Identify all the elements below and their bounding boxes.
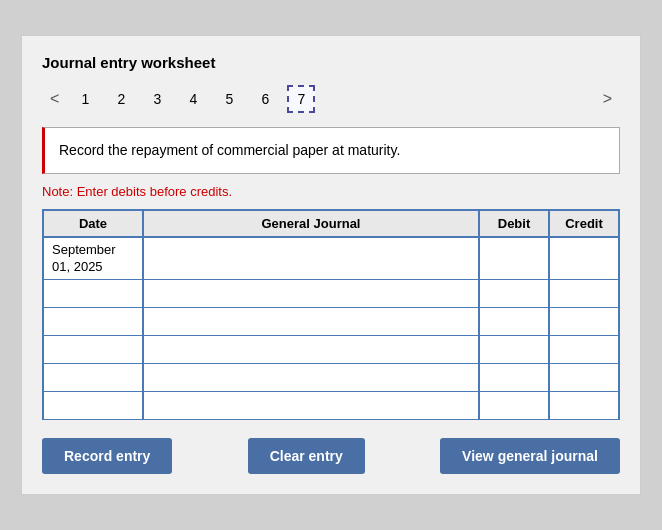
journal-input-0[interactable] <box>152 242 470 257</box>
date-cell-1 <box>43 280 143 308</box>
credit-input-5[interactable] <box>558 396 610 411</box>
credit-input-3[interactable] <box>558 340 610 355</box>
journal-input-3[interactable] <box>152 340 470 355</box>
credit-input-4[interactable] <box>558 368 610 383</box>
journal-cell-3[interactable] <box>143 336 479 364</box>
description-box: Record the repayment of commercial paper… <box>42 127 620 174</box>
table-row <box>43 308 619 336</box>
table-row <box>43 280 619 308</box>
journal-cell-5[interactable] <box>143 392 479 420</box>
credit-cell-2[interactable] <box>549 308 619 336</box>
date-cell-4 <box>43 364 143 392</box>
debit-cell-3[interactable] <box>479 336 549 364</box>
credit-cell-5[interactable] <box>549 392 619 420</box>
next-page-arrow[interactable]: > <box>595 88 620 110</box>
credit-input-1[interactable] <box>558 284 610 299</box>
debit-input-5[interactable] <box>488 396 540 411</box>
page-title: Journal entry worksheet <box>42 54 620 71</box>
journal-cell-0[interactable] <box>143 237 479 280</box>
credit-cell-0[interactable] <box>549 237 619 280</box>
credit-cell-1[interactable] <box>549 280 619 308</box>
table-row <box>43 364 619 392</box>
view-journal-button[interactable]: View general journal <box>440 438 620 474</box>
journal-input-2[interactable] <box>152 312 470 327</box>
debit-cell-4[interactable] <box>479 364 549 392</box>
date-cell-0: September01, 2025 <box>43 237 143 280</box>
debit-input-3[interactable] <box>488 340 540 355</box>
record-entry-button[interactable]: Record entry <box>42 438 172 474</box>
table-row <box>43 336 619 364</box>
credit-cell-3[interactable] <box>549 336 619 364</box>
table-row: September01, 2025 <box>43 237 619 280</box>
journal-cell-4[interactable] <box>143 364 479 392</box>
prev-page-arrow[interactable]: < <box>42 88 67 110</box>
journal-table: Date General Journal Debit Credit Septem… <box>42 209 620 421</box>
header-journal: General Journal <box>143 210 479 237</box>
debit-cell-1[interactable] <box>479 280 549 308</box>
worksheet-container: Journal entry worksheet < 1 2 3 4 5 6 7 … <box>21 35 641 496</box>
credit-cell-4[interactable] <box>549 364 619 392</box>
pagination-nums: 1 2 3 4 5 6 7 <box>67 85 594 113</box>
journal-cell-1[interactable] <box>143 280 479 308</box>
journal-cell-2[interactable] <box>143 308 479 336</box>
page-3[interactable]: 3 <box>143 85 171 113</box>
debit-cell-5[interactable] <box>479 392 549 420</box>
page-7[interactable]: 7 <box>287 85 315 113</box>
page-5[interactable]: 5 <box>215 85 243 113</box>
debit-input-2[interactable] <box>488 312 540 327</box>
debit-input-1[interactable] <box>488 284 540 299</box>
page-1[interactable]: 1 <box>71 85 99 113</box>
header-debit: Debit <box>479 210 549 237</box>
credit-input-2[interactable] <box>558 312 610 327</box>
clear-entry-wrapper: Clear entry <box>172 438 440 474</box>
description-text: Record the repayment of commercial paper… <box>59 142 400 158</box>
note-text: Note: Enter debits before credits. <box>42 184 620 199</box>
header-credit: Credit <box>549 210 619 237</box>
date-cell-2 <box>43 308 143 336</box>
date-cell-5 <box>43 392 143 420</box>
pagination: < 1 2 3 4 5 6 7 > <box>42 85 620 113</box>
debit-input-0[interactable] <box>488 242 540 257</box>
page-6[interactable]: 6 <box>251 85 279 113</box>
debit-cell-2[interactable] <box>479 308 549 336</box>
credit-input-0[interactable] <box>558 242 610 257</box>
page-2[interactable]: 2 <box>107 85 135 113</box>
page-4[interactable]: 4 <box>179 85 207 113</box>
table-row <box>43 392 619 420</box>
date-cell-3 <box>43 336 143 364</box>
journal-input-1[interactable] <box>152 284 470 299</box>
buttons-row: Record entry Clear entry View general jo… <box>42 438 620 474</box>
debit-input-4[interactable] <box>488 368 540 383</box>
journal-input-5[interactable] <box>152 396 470 411</box>
header-date: Date <box>43 210 143 237</box>
journal-input-4[interactable] <box>152 368 470 383</box>
debit-cell-0[interactable] <box>479 237 549 280</box>
clear-entry-button[interactable]: Clear entry <box>248 438 365 474</box>
